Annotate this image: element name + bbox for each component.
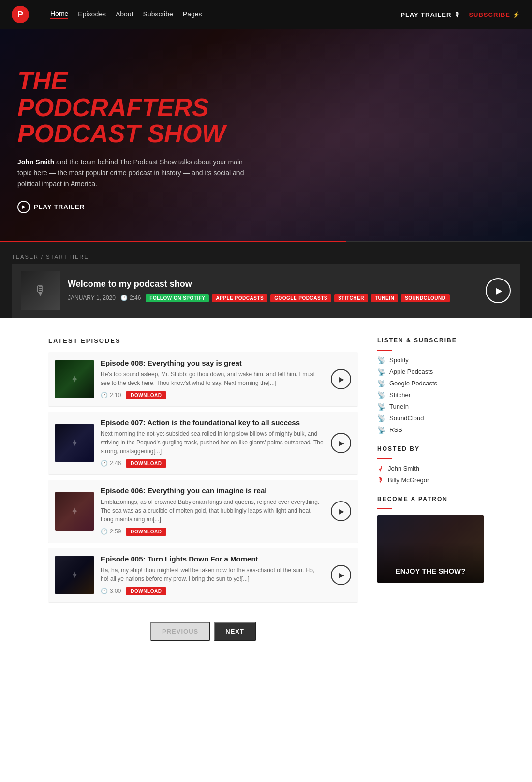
episode-list: ✦ Episode 008: Everything you say is gre… xyxy=(48,352,358,607)
patron-image[interactable]: ENJOY THE SHOW? xyxy=(377,515,484,583)
teaser-meta: JANUARY 1, 2020 🕐 2:46 FOLLOW ON SPOTIFY… xyxy=(68,294,478,302)
microphone-icon: 🎙 xyxy=(377,476,384,484)
episode-item: ✦ Episode 007: Action is the foundationa… xyxy=(48,412,358,475)
latest-episodes-title: LATEST EPISODES xyxy=(48,337,358,344)
rss-icon: 📡 xyxy=(377,356,385,364)
teaser-thumbnail: 🎙 xyxy=(21,271,60,310)
hero-title: THE PODCRAFTERS PODCAST SHOW xyxy=(17,68,250,147)
nav-subscribe[interactable]: Subscribe xyxy=(143,10,173,19)
navbar-play-trailer-button[interactable]: PLAY TRAILER 🎙 xyxy=(400,11,461,18)
play-icon: ▶ xyxy=(339,439,344,447)
host-item-john-smith: 🎙 John Smith xyxy=(377,465,484,472)
navbar-subscribe-button[interactable]: SUBSCRIBE ⚡ xyxy=(469,11,520,18)
play-icon: ▶ xyxy=(339,507,344,515)
hosted-by-title: HOSTED BY xyxy=(377,445,484,452)
episode-duration: 🕐 2:59 xyxy=(101,528,121,535)
sidebar-link-rss[interactable]: 📡 RSS xyxy=(377,426,484,434)
tag-apple-podcasts[interactable]: APPLE PODCASTS xyxy=(212,294,267,302)
teaser-player: 🎙 Welcome to my podcast show JANUARY 1, … xyxy=(12,264,520,318)
sidebar-divider xyxy=(377,458,392,459)
episode-content: Episode 007: Action is the foundational … xyxy=(101,418,324,468)
sidebar-link-spotify[interactable]: 📡 Spotify xyxy=(377,356,484,364)
hero-play-trailer-button[interactable]: ▶ PLAY TRAILER xyxy=(17,201,250,213)
nav-episodes[interactable]: Episodes xyxy=(78,10,106,19)
sidebar-divider xyxy=(377,350,392,351)
play-icon: ▶ xyxy=(496,285,502,296)
sidebar-link-soundcloud[interactable]: 📡 SoundCloud xyxy=(377,414,484,422)
teaser-info: Welcome to my podcast show JANUARY 1, 20… xyxy=(68,279,478,302)
logo[interactable]: P xyxy=(12,6,29,23)
episode-excerpt: He's too sound asleep, Mr. Stubb: go tho… xyxy=(101,370,324,387)
episode-play-button[interactable]: ▶ xyxy=(331,369,351,389)
clock-icon: 🕐 xyxy=(101,392,108,398)
download-button[interactable]: DOWNLOAD xyxy=(126,459,166,468)
episode-excerpt: Ha, ha, my ship! thou mightest well be t… xyxy=(101,566,324,583)
download-button[interactable]: DOWNLOAD xyxy=(126,528,166,536)
previous-page-button[interactable]: PREVIOUS xyxy=(150,622,210,641)
nav-home[interactable]: Home xyxy=(50,10,68,19)
teaser-duration: 🕐 2:46 xyxy=(120,295,141,301)
microphone-icon: 🎙 xyxy=(377,465,384,472)
nav-pages[interactable]: Pages xyxy=(183,10,202,19)
rss-icon: 📡 xyxy=(377,391,385,399)
download-button[interactable]: DOWNLOAD xyxy=(126,391,166,399)
clock-icon: 🕐 xyxy=(101,588,108,594)
sidebar-link-google-podcasts[interactable]: 📡 Google Podcasts xyxy=(377,380,484,387)
clock-icon: 🕐 xyxy=(101,460,108,467)
episode-footer: 🕐 2:10 DOWNLOAD xyxy=(101,391,324,399)
teaser-tags: FOLLOW ON SPOTIFY APPLE PODCASTS GOOGLE … xyxy=(146,294,449,302)
teaser-play-button[interactable]: ▶ xyxy=(486,278,511,303)
microphone-icon: 🎙 xyxy=(34,282,47,298)
episode-play-button[interactable]: ▶ xyxy=(331,501,351,521)
tag-soundcloud[interactable]: SOUNDCLOUND xyxy=(401,294,449,302)
listen-subscribe-section: LISTEN & SUBSCRIBE 📡 Spotify 📡 Apple Pod… xyxy=(377,337,484,434)
nav-about[interactable]: About xyxy=(116,10,133,19)
tag-spotify[interactable]: FOLLOW ON SPOTIFY xyxy=(146,294,209,302)
sidebar-link-stitcher[interactable]: 📡 Stitcher xyxy=(377,391,484,399)
sidebar-links: 📡 Spotify 📡 Apple Podcasts 📡 Google Podc… xyxy=(377,356,484,434)
rss-icon: 📡 xyxy=(377,368,385,376)
episode-play-button[interactable]: ▶ xyxy=(331,565,351,585)
patron-text: ENJOY THE SHOW? xyxy=(396,567,466,575)
episode-title: Episode 008: Everything you say is great xyxy=(101,359,324,367)
rss-icon: 📡 xyxy=(377,380,385,387)
sidebar-link-apple-podcasts[interactable]: 📡 Apple Podcasts xyxy=(377,368,484,376)
patron-section: BECOME A PATRON ENJOY THE SHOW? xyxy=(377,496,484,583)
progress-bar-container xyxy=(0,241,532,242)
episode-play-button[interactable]: ▶ xyxy=(331,433,351,453)
play-circle-icon: ▶ xyxy=(17,201,30,213)
episode-item: ✦ Episode 006: Everything you can imagin… xyxy=(48,480,358,543)
teaser-title: Welcome to my podcast show xyxy=(68,279,478,289)
episode-duration: 🕐 2:10 xyxy=(101,392,121,398)
episode-title: Episode 005: Turn Lights Down For a Mome… xyxy=(101,555,324,563)
hosted-by-section: HOSTED BY 🎙 John Smith 🎙 Billy McGregor xyxy=(377,445,484,484)
sidebar-divider xyxy=(377,508,392,509)
patron-title: BECOME A PATRON xyxy=(377,496,484,502)
bolt-icon: ⚡ xyxy=(512,11,520,18)
episode-content: Episode 006: Everything you can imagine … xyxy=(101,487,324,536)
tag-stitcher[interactable]: STITCHER xyxy=(334,294,368,302)
play-icon: ▶ xyxy=(339,571,344,579)
navbar-nav: Home Episodes About Subscribe Pages xyxy=(50,10,202,19)
navbar-right: PLAY TRAILER 🎙 SUBSCRIBE ⚡ xyxy=(400,11,520,18)
pagination: PREVIOUS NEXT xyxy=(48,622,358,641)
episode-excerpt: Next morning the not-yet-subsided sea ro… xyxy=(101,429,324,456)
tag-google-podcasts[interactable]: GOOGLE PODCASTS xyxy=(270,294,331,302)
tag-tunein[interactable]: TUNEIN xyxy=(371,294,398,302)
clock-icon: 🕐 xyxy=(120,295,128,301)
episode-thumbnail: ✦ xyxy=(55,556,94,594)
hero-section: THE PODCRAFTERS PODCAST SHOW John Smith … xyxy=(0,29,532,242)
episode-item: ✦ Episode 008: Everything you say is gre… xyxy=(48,352,358,407)
hero-content: THE PODCRAFTERS PODCAST SHOW John Smith … xyxy=(17,68,250,213)
download-button[interactable]: DOWNLOAD xyxy=(126,587,166,595)
clock-icon: 🕐 xyxy=(101,528,108,535)
next-page-button[interactable]: NEXT xyxy=(214,622,256,641)
episode-thumbnail: ✦ xyxy=(55,492,94,531)
rss-icon: 📡 xyxy=(377,426,385,434)
episode-footer: 🕐 2:59 DOWNLOAD xyxy=(101,528,324,536)
episode-footer: 🕐 3:00 DOWNLOAD xyxy=(101,587,324,595)
sidebar-link-tunein[interactable]: 📡 TuneIn xyxy=(377,403,484,411)
teaser-thumb-img: 🎙 xyxy=(21,271,60,310)
teaser-date: JANUARY 1, 2020 xyxy=(68,295,116,301)
listen-subscribe-title: LISTEN & SUBSCRIBE xyxy=(377,337,484,344)
